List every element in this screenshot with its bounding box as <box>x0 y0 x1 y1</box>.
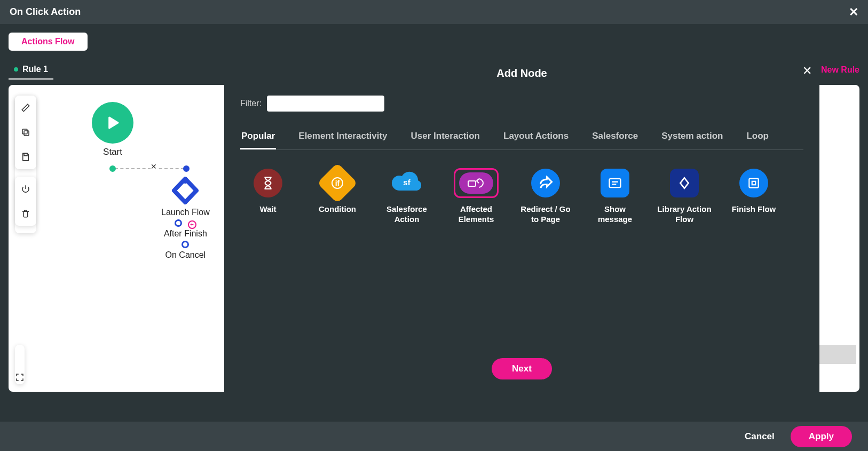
nodes-grid: Wait if Condition sf Salesforce Action A… <box>240 168 803 225</box>
copy-icon[interactable] <box>15 120 36 145</box>
filter-row: Filter: <box>240 96 803 112</box>
actions-flow-tab[interactable]: Actions Flow <box>9 33 88 51</box>
panel-close-icon[interactable]: ✕ <box>802 64 812 78</box>
zoom-toolbar: + − <box>15 345 25 384</box>
node-condition-label: Condition <box>310 204 365 215</box>
after-finish-label: After Finish <box>161 229 210 239</box>
power-icon[interactable] <box>15 177 36 201</box>
on-cancel-label: On Cancel <box>161 250 210 260</box>
svg-point-4 <box>182 177 188 184</box>
start-node[interactable]: Start <box>92 102 133 157</box>
cloud-icon: sf <box>390 170 423 196</box>
node-show-message[interactable]: Show message <box>587 168 643 225</box>
node-wait-label: Wait <box>240 204 296 215</box>
launch-flow-icon <box>166 176 204 205</box>
tab-system-action[interactable]: System action <box>660 128 724 149</box>
category-tabs: Popular Element Interactivity User Inter… <box>240 128 803 150</box>
edit-icon[interactable] <box>15 96 36 120</box>
connector-delete-icon[interactable]: ✕ <box>151 162 157 171</box>
rule-tab-label: Rule 1 <box>22 65 48 74</box>
panel-title: Add Node <box>240 67 803 80</box>
hourglass-icon <box>254 169 282 197</box>
node-library-label: Library Action Flow <box>657 204 712 225</box>
next-button[interactable]: Next <box>492 358 552 379</box>
affected-elements-icon <box>459 172 493 194</box>
on-cancel-port[interactable] <box>182 241 189 248</box>
node-wait[interactable]: Wait <box>240 168 296 225</box>
node-affected-label: Affected Elements <box>448 204 504 225</box>
node-show-message-label: Show message <box>587 204 643 225</box>
node-finish-flow[interactable]: Finish Flow <box>726 168 782 225</box>
svg-rect-7 <box>610 179 621 187</box>
node-redirect-label: Redirect / Go to Page <box>518 204 573 225</box>
svg-rect-1 <box>22 129 27 134</box>
svg-rect-0 <box>24 131 29 136</box>
start-node-label: Start <box>92 147 133 157</box>
share-arrow-icon <box>531 169 560 197</box>
launch-flow-label: Launch Flow <box>161 208 210 217</box>
node-library-action-flow[interactable]: Library Action Flow <box>657 168 712 225</box>
after-finish-port[interactable] <box>175 219 182 227</box>
zoom-out-icon[interactable]: − <box>15 359 25 373</box>
svg-rect-6 <box>468 181 476 186</box>
node-condition[interactable]: if Condition <box>310 168 365 225</box>
tab-layout-actions[interactable]: Layout Actions <box>502 128 570 149</box>
filter-input[interactable] <box>267 96 384 112</box>
play-icon <box>92 102 133 144</box>
window-title: On Click Action <box>10 6 81 18</box>
background-panel-gray <box>816 345 856 364</box>
fullscreen-icon[interactable] <box>15 373 25 384</box>
finish-icon <box>739 169 768 197</box>
node-redirect[interactable]: Redirect / Go to Page <box>518 168 573 225</box>
node-salesforce-label: Salesforce Action <box>379 204 435 225</box>
tab-salesforce[interactable]: Salesforce <box>591 128 639 149</box>
title-bar: On Click Action ✕ <box>0 0 868 24</box>
new-rule-label: New Rule <box>821 65 859 75</box>
svg-marker-3 <box>109 117 118 128</box>
canvas-toolbar <box>15 96 36 233</box>
tab-popular[interactable]: Popular <box>240 128 276 149</box>
apply-button[interactable]: Apply <box>791 426 852 447</box>
launch-flow-node[interactable]: Launch Flow + After Finish On Cancel <box>161 176 210 260</box>
node-salesforce-action[interactable]: sf Salesforce Action <box>379 168 435 225</box>
tab-element-interactivity[interactable]: Element Interactivity <box>297 128 388 149</box>
tab-user-interaction[interactable]: User Interaction <box>410 128 481 149</box>
node-affected-elements[interactable]: Affected Elements <box>448 168 504 225</box>
tab-loop[interactable]: Loop <box>745 128 770 149</box>
zoom-in-icon[interactable]: + <box>15 345 25 359</box>
background-panel <box>816 303 856 345</box>
footer: Cancel Apply <box>0 422 868 451</box>
svg-rect-10 <box>749 178 758 187</box>
cancel-button[interactable]: Cancel <box>745 431 775 442</box>
diamond-icon: if <box>317 163 358 203</box>
save-icon[interactable] <box>15 145 36 169</box>
rule-status-dot <box>14 67 18 72</box>
add-after-finish-icon[interactable]: + <box>188 220 196 229</box>
rule-tab[interactable]: Rule 1 <box>9 60 53 80</box>
library-flow-icon <box>670 169 699 197</box>
trash-icon[interactable] <box>15 201 36 226</box>
add-node-panel: ✕ Add Node Filter: Popular Element Inter… <box>224 59 819 392</box>
svg-rect-11 <box>752 181 756 185</box>
close-icon[interactable]: ✕ <box>849 5 858 19</box>
node-finish-label: Finish Flow <box>726 204 782 215</box>
svg-rect-2 <box>24 153 27 156</box>
message-icon <box>601 169 629 197</box>
connector-end-dot <box>183 165 190 172</box>
connector-start-dot <box>109 165 116 172</box>
filter-label: Filter: <box>240 99 262 108</box>
svg-text:sf: sf <box>403 178 411 187</box>
